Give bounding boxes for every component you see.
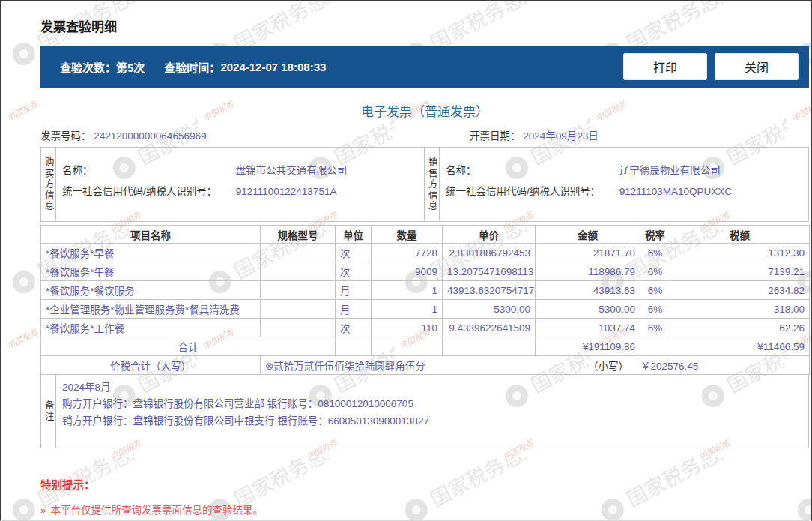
close-button[interactable]: 关闭: [715, 53, 799, 80]
check-count-value: 第5次: [116, 59, 145, 75]
seller-name-row: 名称： 辽宁德晟物业有限公司: [446, 162, 802, 177]
seller-taxid-row: 统一社会信用代码/纳税人识别号： 91211103MA10QPUXXC: [446, 183, 802, 198]
buyer-name-row: 名称： 盘锦市公共交通有限公司: [62, 162, 418, 177]
grand-total-figures-value: ￥202576.45: [628, 358, 805, 373]
item-unit: 月: [336, 300, 372, 319]
item-name: *餐饮服务*午餐: [41, 262, 261, 281]
invoice-date-label: 开票日期：: [470, 130, 521, 142]
col-header-tax: 税额: [670, 226, 810, 244]
buyer-name-value: 盘锦市公共交通有限公司: [236, 165, 348, 176]
notice-bullet-icon: »: [40, 505, 46, 516]
remarks-section: 备注 2024年8月 购方开户银行：盘锦银行股份有限公司营业部 银行账号：081…: [40, 375, 809, 448]
item-price: 13.2075471698113: [443, 262, 536, 281]
item-qty: 7728: [372, 244, 443, 262]
item-amount: 1037.74: [536, 319, 640, 337]
check-time-group: 查验时间： 2024-12-07 18:08:33: [164, 59, 326, 75]
invoice-type-title: 电子发票（普通发票）: [40, 101, 809, 120]
verification-toolbar: 查验次数： 第5次 查验时间： 2024-12-07 18:08:33 打印 关…: [40, 46, 809, 88]
notice-item-text: 本平台仅提供所查询发票票面信息的查验结果。: [51, 505, 264, 516]
item-name: *餐饮服务*早餐: [41, 244, 261, 262]
buyer-info: 购买方信息 名称： 盘锦市公共交通有限公司 统一社会信用代码/纳税人识别号： 9…: [41, 148, 425, 221]
seller-side-label: 销售方信息: [425, 148, 440, 221]
item-tax: 62.26: [670, 319, 810, 337]
item-spec: [261, 319, 336, 337]
remarks-side-label: 备注: [41, 375, 56, 448]
col-header-tax-rate: 税率: [640, 226, 670, 244]
total-empty-price: [443, 337, 536, 356]
seller-taxid-label: 统一社会信用代码/纳税人识别号：: [446, 183, 616, 198]
item-qty: 1: [372, 300, 443, 319]
print-button[interactable]: 打印: [623, 53, 707, 80]
page-title: 发票查验明细: [40, 16, 811, 35]
buyer-taxid-label: 统一社会信用代码/纳税人识别号：: [62, 183, 233, 198]
item-unit: 次: [336, 262, 372, 281]
item-tax-rate: 6%: [640, 319, 670, 337]
notice-item: »本平台仅提供所查询发票票面信息的查验结果。: [40, 502, 811, 517]
item-spec: [261, 281, 336, 300]
item-tax-rate: 6%: [640, 244, 670, 262]
col-header-price: 单价: [443, 226, 536, 244]
item-tax: 1312.30: [670, 244, 810, 262]
item-name: *餐饮服务*餐饮服务: [41, 281, 261, 300]
invoice-date-group: 开票日期： 2024年09月23日: [470, 127, 599, 142]
check-time-value: 2024-12-07 18:08:33: [220, 61, 326, 73]
item-tax: 2634.82: [670, 281, 810, 300]
total-amount: ¥191109.86: [536, 337, 640, 356]
item-amount: 21871.70: [536, 244, 640, 262]
check-time-label: 查验时间：: [164, 59, 220, 75]
item-spec: [261, 244, 336, 262]
toolbar-buttons: 打印 关闭: [616, 53, 799, 80]
total-empty-qty: [372, 337, 443, 356]
col-header-item-name: 项目名称: [41, 226, 261, 244]
invoice-number-group: 发票号码： 24212000000064656969: [40, 127, 470, 142]
seller-name-label: 名称：: [446, 162, 616, 177]
seller-taxid-value: 91211103MA10QPUXXC: [619, 186, 732, 197]
total-row: 合计 ¥191109.86 ¥11466.59: [41, 337, 810, 356]
item-tax-rate: 6%: [640, 300, 670, 319]
item-tax: 7139.21: [670, 262, 810, 281]
item-qty: 110: [372, 319, 443, 337]
buyer-seller-section: 购买方信息 名称： 盘锦市公共交通有限公司 统一社会信用代码/纳税人识别号： 9…: [40, 147, 809, 222]
item-tax-rate: 6%: [640, 281, 670, 300]
special-notice-title: 特别提示：: [40, 476, 811, 492]
grand-total-words-label: 价税合计（大写）: [41, 356, 261, 375]
grand-total-words-value: ⊗贰拾万贰仟伍佰柒拾陆圆肆角伍分: [265, 358, 588, 373]
invoice-meta-row: 发票号码： 24212000000064656969 开票日期： 2024年09…: [40, 127, 809, 142]
invoice-panel: 电子发票（普通发票） 发票号码： 24212000000064656969 开票…: [40, 101, 809, 448]
col-header-spec: 规格型号: [261, 226, 336, 244]
item-tax: 318.00: [670, 300, 810, 319]
item-spec: [261, 300, 336, 319]
item-unit: 次: [336, 319, 372, 337]
check-count-label: 查验次数：: [60, 59, 116, 75]
seller-info: 销售方信息 名称： 辽宁德晟物业有限公司 统一社会信用代码/纳税人识别号： 91…: [425, 148, 808, 221]
seller-name-value: 辽宁德晟物业有限公司: [619, 165, 721, 176]
item-amount: 5300.00: [536, 300, 640, 319]
check-count-group: 查验次数： 第5次: [60, 59, 145, 75]
item-spec: [261, 262, 336, 281]
invoice-verification-window: 国家税务总局 中国税务 国家税务总局 中国税务 发票查验明细 查验次数： 第5次…: [0, 0, 812, 521]
buyer-taxid-value: 91211100122413751A: [236, 186, 337, 197]
total-label: 合计: [41, 337, 336, 356]
table-row: *餐饮服务*工作餐 次 110 9.4339622641509 1037.74 …: [41, 319, 810, 337]
item-amount: 118986.79: [536, 262, 640, 281]
item-price: 9.4339622641509: [443, 319, 536, 337]
total-tax: ¥11466.59: [670, 337, 810, 356]
grand-total-figures-label: （小写）: [588, 358, 628, 373]
buyer-name-label: 名称：: [62, 162, 233, 177]
item-amount: 43913.63: [536, 281, 640, 300]
table-header-row: 项目名称 规格型号 单位 数量 单价 金额 税率 税额: [41, 226, 810, 244]
col-header-qty: 数量: [372, 226, 443, 244]
item-price: 2.8301886792453: [443, 244, 536, 262]
buyer-taxid-row: 统一社会信用代码/纳税人识别号： 91211100122413751A: [62, 183, 418, 198]
col-header-unit: 单位: [336, 226, 372, 244]
invoice-number-label: 发票号码：: [40, 130, 91, 142]
invoice-number-value: 24212000000064656969: [94, 130, 206, 142]
seller-fields: 名称： 辽宁德晟物业有限公司 统一社会信用代码/纳税人识别号： 91211103…: [440, 148, 808, 221]
remarks-line-period: 2024年8月: [62, 379, 802, 396]
line-items-table: 项目名称 规格型号 单位 数量 单价 金额 税率 税额 *餐饮服务*早餐 次: [40, 225, 810, 375]
buyer-side-label: 购买方信息: [41, 148, 56, 221]
item-name: *餐饮服务*工作餐: [41, 319, 261, 337]
remarks-line-buyer-bank: 购方开户银行：盘锦银行股份有限公司营业部 银行账号：08100012010006…: [62, 396, 802, 412]
item-qty: 9009: [372, 262, 443, 281]
special-notice: 特别提示： »本平台仅提供所查询发票票面信息的查验结果。 »若发现发票查验结果与…: [40, 476, 811, 521]
